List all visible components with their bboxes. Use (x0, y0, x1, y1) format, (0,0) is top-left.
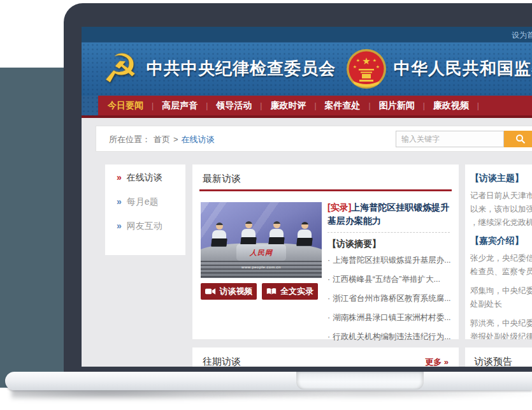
interview-video-button[interactable]: 访谈视频 (201, 283, 257, 300)
laptop-shadow (191, 390, 532, 399)
bullet-icon: · (327, 332, 330, 341)
bullet-icon: · (327, 294, 330, 303)
dashed-divider (327, 232, 450, 233)
nav-item-leader-activities[interactable]: 领导活动 (208, 100, 260, 112)
nav-separator: | (477, 101, 479, 110)
guest-text-line: 郭洪亮，中央纪委信 (470, 318, 532, 329)
main-navbar: 今日要闻 | 高层声音 | 领导活动 | 廉政时评 | 案件查处 | 图片新闻 … (82, 96, 532, 115)
national-emblem-icon: ★ ★ ★ ★ ★ (345, 48, 387, 90)
laptop-prop (296, 238, 312, 245)
full-transcript-button[interactable]: 全文实录 (262, 283, 318, 300)
summary-heading: 【访谈摘要】 (327, 238, 381, 250)
bullet-icon: · (327, 256, 330, 265)
sidebar-item-label: 每月e题 (127, 196, 159, 207)
article-tag: [实录] (327, 202, 351, 212)
breadcrumb-home-link[interactable]: 首页 (154, 135, 170, 144)
panel-title: 往期访谈 (203, 356, 241, 367)
topic-text-line: ，继续深化党政机关 (470, 217, 532, 228)
guest-text-line: 举报处副处级纪律检 (470, 332, 532, 339)
svg-text:★: ★ (373, 58, 377, 62)
chevron-right-icon: » (117, 196, 122, 207)
nav-left-decoration (82, 96, 98, 115)
nav-item-commentary[interactable]: 廉政时评 (262, 100, 314, 112)
backdrop-slate-panel (0, 68, 71, 388)
studio-photo[interactable]: 人民网 www.people.com.cn (201, 202, 322, 278)
article-title-link[interactable]: [实录]上海普陀区挂职锻炼提升基层办案能力 (327, 201, 454, 228)
chevron-right-icon: » (117, 172, 122, 182)
utility-strip: 设为首页 (82, 27, 532, 43)
breadcrumb-prefix: 所在位置： (109, 135, 150, 144)
button-label: 全文实录 (280, 286, 313, 297)
set-homepage-link[interactable]: 设为首页 (512, 30, 532, 41)
nav-item-photo-news[interactable]: 图片新闻 (371, 100, 423, 112)
search-button[interactable] (504, 131, 532, 147)
topic-heading: 【访谈主题】 (470, 173, 524, 184)
nav-item-top-voices[interactable]: 高层声音 (154, 100, 206, 112)
summary-list: ·上海普陀区挂职锻炼提升基层办... ·江西横峰县“五结合”举措扩大... ·浙… (327, 256, 454, 351)
people-net-url: www.people.com.cn (201, 265, 322, 269)
laptop-screen: 设为首页 ☭ 中共中央纪律检查委员会 ★ ★ ★ ★ ★ (82, 27, 532, 367)
search-input[interactable] (396, 131, 504, 147)
guest-text-line: 邓集珣，中央纪委信 (470, 286, 532, 297)
guest-text-line: 处副处长 (470, 299, 502, 310)
open-book-icon (266, 288, 277, 295)
summary-item-label: 浙江省台州市路桥区教育系统腐... (333, 294, 450, 303)
button-label: 访谈视频 (220, 286, 253, 297)
summary-list-item[interactable]: ·江西横峰县“五结合”举措扩大... (327, 275, 454, 284)
party-emblem-icon: ☭ (98, 47, 143, 91)
latest-interview-panel: 最新访谈 人民网 www.people.com.cn (192, 165, 459, 339)
nav-underline (82, 115, 532, 118)
svg-text:★: ★ (362, 55, 370, 66)
breadcrumb: 所在位置：首页>在线访谈 (109, 134, 215, 145)
more-link[interactable]: 更多 » (425, 356, 449, 367)
breadcrumb-bar: 所在位置：首页>在线访谈 (96, 126, 532, 152)
site-banner: ☭ 中共中央纪律检查委员会 ★ ★ ★ ★ ★ 中华人民共 (82, 43, 532, 96)
guests-heading: 【嘉宾介绍】 (470, 235, 524, 247)
summary-list-item[interactable]: ·上海普陀区挂职锻炼提升基层办... (327, 256, 454, 265)
topic-text-line: 以来，该市以加强作 (470, 204, 532, 215)
interview-preview-panel: 访谈预告 (465, 348, 532, 367)
red-rule (199, 189, 452, 191)
sidebar-item-label: 在线访谈 (127, 172, 162, 182)
past-interviews-panel: 往期访谈 更多 » (192, 348, 459, 367)
people-net-logo: 人民网 (250, 248, 273, 258)
svg-text:★: ★ (376, 64, 380, 69)
nav-item-videos[interactable]: 廉政视频 (425, 100, 477, 112)
sidebar-item-netizen-interaction[interactable]: »网友互动 (117, 221, 162, 232)
summary-item-label: 江西横峰县“五结合”举措扩大... (333, 275, 440, 284)
panel-title: 访谈预告 (474, 356, 512, 367)
chevron-right-icon: » (117, 221, 122, 231)
panel-title: 最新访谈 (203, 173, 241, 185)
interview-info-panel: 【访谈主题】 记者日前从天津市纪 以来，该市以加强作 ，继续深化党政机关 【嘉宾… (465, 165, 532, 339)
breadcrumb-current[interactable]: 在线访谈 (182, 135, 215, 144)
laptop-prop (211, 238, 227, 246)
topic-text-line: 记者日前从天津市纪 (470, 191, 532, 201)
laptop-mockup: 设为首页 ☭ 中共中央纪律检查委员会 ★ ★ ★ ★ ★ (0, 0, 532, 410)
svg-text:★: ★ (356, 58, 360, 62)
summary-item-label: 上海普陀区挂职锻炼提升基层办... (333, 256, 450, 265)
summary-list-item[interactable]: ·行政机关机构编制违法违纪行为... (327, 332, 454, 341)
svg-text:★: ★ (353, 64, 357, 69)
bullet-icon: · (327, 313, 330, 322)
sidebar-item-label: 网友互动 (127, 221, 162, 231)
bullet-icon: · (327, 275, 330, 284)
video-camera-icon (205, 288, 216, 295)
guest-text-line: 检查员、监察专员兼 (470, 267, 532, 277)
site-title-ministry: 中华人民共和国监察部 (394, 57, 532, 80)
people-net-logo-panel: 人民网 (236, 244, 286, 261)
sidebar-item-online-interviews[interactable]: »在线访谈 (117, 172, 162, 184)
laptop-base (5, 372, 532, 390)
summary-list-item[interactable]: ·浙江省台州市路桥区教育系统腐... (327, 294, 454, 303)
site-title-ccdi: 中共中央纪律检查委员会 (147, 57, 336, 80)
guest-text-line: 张少龙，央纪委信访 (470, 253, 532, 264)
nav-item-case-investigations[interactable]: 案件查处 (317, 100, 369, 112)
search-icon (515, 134, 526, 144)
summary-item-label: 湖南株洲县渌口镇王家洲村村委... (333, 313, 450, 322)
nav-items: 今日要闻 | 高层声音 | 领导活动 | 廉政时评 | 案件查处 | 图片新闻 … (99, 96, 479, 115)
sidebar: »在线访谈 »每月e题 »网友互动 (105, 165, 185, 255)
nav-item-today-news[interactable]: 今日要闻 (99, 100, 152, 112)
sidebar-item-monthly-topic[interactable]: »每月e题 (117, 196, 159, 208)
laptop-base-notch (296, 372, 424, 390)
summary-list-item[interactable]: ·湖南株洲县渌口镇王家洲村村委... (327, 313, 454, 322)
summary-item-label: 行政机关机构编制违法违纪行为... (333, 332, 450, 341)
